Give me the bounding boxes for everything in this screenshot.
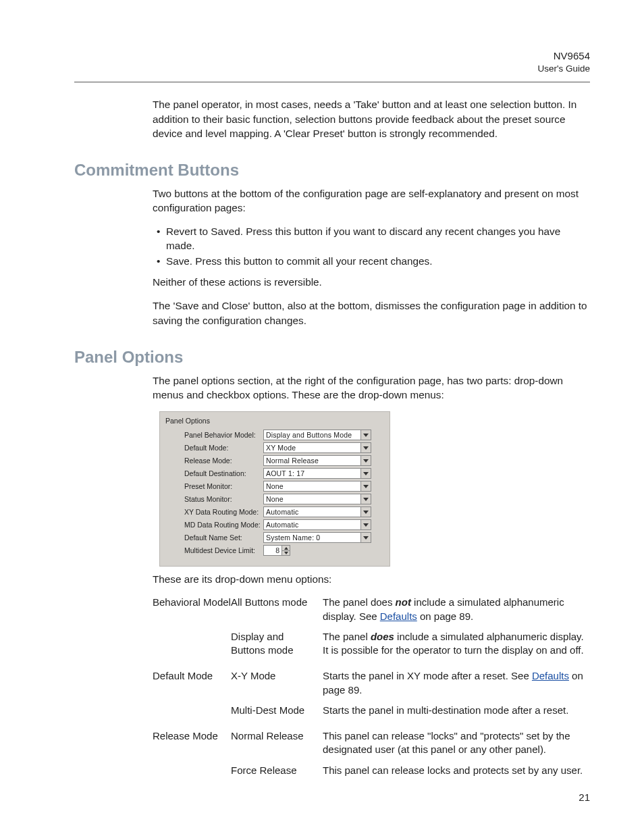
svg-marker-1: [363, 446, 369, 450]
commitment-p2: Neither of these actions is reversible.: [153, 275, 590, 289]
svg-marker-6: [363, 511, 369, 514]
po-select-release-mode[interactable]: Normal Release: [263, 455, 371, 466]
defaults-link[interactable]: Defaults: [380, 610, 417, 622]
chevron-down-icon: [360, 533, 371, 542]
svg-marker-0: [363, 434, 369, 437]
svg-marker-10: [284, 552, 288, 554]
defaults-link[interactable]: Defaults: [532, 670, 569, 681]
commitment-p1: Two buttons at the bottom of the configu…: [153, 186, 590, 215]
opt-desc: This panel can release "locks" and "prot…: [323, 729, 590, 757]
chevron-down-icon: [360, 494, 371, 504]
po-label-default-nameset: Default Name Set:: [165, 533, 263, 543]
options-table: Behavioral Model All Buttons mode The pa…: [153, 596, 590, 777]
chevron-down-icon: [360, 430, 371, 440]
chevron-down-icon: [360, 481, 371, 491]
doc-title: NV9654: [74, 49, 590, 63]
po-select-md-routing[interactable]: Automatic: [263, 519, 371, 530]
po-select-status-monitor[interactable]: None: [263, 494, 371, 504]
opt-value-label: Multi-Dest Mode: [231, 704, 323, 717]
opt-group-label: Behavioral Model: [153, 596, 231, 657]
po-label-preset-monitor: Preset Monitor:: [165, 482, 263, 492]
opt-group-label: Default Mode: [153, 669, 231, 717]
chevron-down-icon: [360, 469, 371, 478]
opt-value-label: X-Y Mode: [231, 669, 323, 697]
list-item: Revert to Saved. Press this button if yo…: [153, 224, 590, 253]
svg-marker-2: [363, 459, 369, 463]
commitment-bullets: Revert to Saved. Press this button if yo…: [153, 224, 590, 268]
chevron-down-icon: [360, 456, 371, 465]
po-select-default-mode[interactable]: XY Mode: [263, 442, 371, 453]
panel-options-after: These are its drop-down menu options:: [153, 572, 590, 586]
po-label-md-routing: MD Data Routing Mode:: [165, 521, 263, 530]
po-label-behavior: Panel Behavior Model:: [165, 431, 263, 440]
svg-marker-7: [363, 523, 369, 527]
svg-marker-5: [363, 498, 369, 501]
po-select-default-nameset[interactable]: System Name: 0: [263, 532, 371, 543]
po-select-default-dest[interactable]: AOUT 1: 17: [263, 468, 371, 479]
panel-options-intro: The panel options section, at the right …: [153, 373, 590, 402]
chevron-up-icon: [282, 546, 290, 551]
svg-marker-8: [363, 536, 369, 540]
po-select-xy-routing[interactable]: Automatic: [263, 506, 371, 517]
commitment-p3: The 'Save and Close' button, also at the…: [153, 298, 590, 327]
svg-marker-9: [284, 547, 288, 550]
opt-group-label: Release Mode: [153, 729, 231, 777]
panel-options-box-title: Panel Options: [165, 416, 384, 425]
opt-value-label: Normal Release: [231, 729, 323, 757]
opt-value-label: All Buttons mode: [231, 596, 323, 623]
panel-options-box: Panel Options Panel Behavior Model: Disp…: [159, 411, 390, 567]
po-label-xy-routing: XY Data Routing Mode:: [165, 508, 263, 517]
po-label-default-mode: Default Mode:: [165, 444, 263, 453]
po-label-status-monitor: Status Monitor:: [165, 495, 263, 504]
chevron-down-icon: [360, 520, 371, 529]
opt-value-label: Force Release: [231, 764, 323, 777]
page-number: 21: [579, 791, 590, 803]
po-select-behavior[interactable]: Display and Buttons Mode: [263, 429, 371, 440]
opt-desc: Starts the panel in multi-destination mo…: [323, 704, 590, 717]
po-select-preset-monitor[interactable]: None: [263, 481, 371, 492]
header-rule: [74, 82, 590, 82]
chevron-down-icon: [360, 443, 371, 452]
list-item: Save. Press this button to commit all yo…: [153, 254, 590, 268]
panel-options-heading: Panel Options: [74, 348, 590, 367]
svg-marker-3: [363, 472, 369, 475]
chevron-down-icon: [282, 551, 290, 556]
doc-subtitle: User's Guide: [74, 63, 590, 75]
opt-desc: This panel can release locks and protect…: [323, 764, 590, 777]
opt-value-label: Display and Buttons mode: [231, 630, 323, 658]
po-label-default-dest: Default Destination:: [165, 469, 263, 479]
intro-paragraph: The panel operator, in most cases, needs…: [153, 97, 590, 140]
po-label-release-mode: Release Mode:: [165, 457, 263, 466]
po-spin-multidest[interactable]: 8: [263, 545, 290, 556]
commitment-heading: Commitment Buttons: [74, 161, 590, 180]
opt-desc: Starts the panel in XY mode after a rese…: [323, 669, 590, 697]
svg-marker-4: [363, 485, 369, 488]
opt-desc: The panel does not include a simulated a…: [323, 596, 590, 623]
opt-desc: The panel does include a simulated alpha…: [323, 630, 590, 658]
chevron-down-icon: [360, 507, 371, 517]
po-label-multidest: Multidest Device Limit:: [165, 546, 263, 556]
